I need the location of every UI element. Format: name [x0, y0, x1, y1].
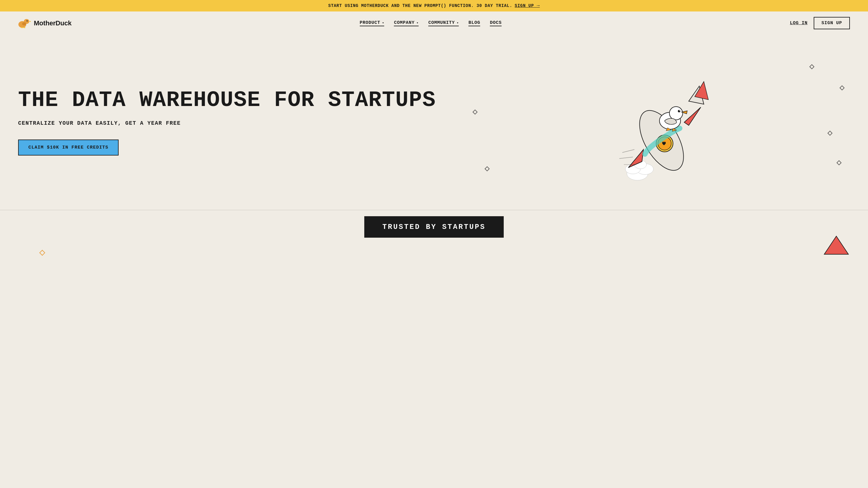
svg-marker-2	[29, 21, 31, 22]
trusted-section: TRUSTED BY STARTUPS	[0, 210, 868, 256]
hero-subtitle: CENTRALIZE YOUR DATA EASILY, GET A YEAR …	[18, 120, 436, 126]
svg-point-3	[27, 20, 28, 22]
cta-button[interactable]: CLAIM $10K IN FREE CREDITS	[18, 140, 119, 155]
svg-rect-6	[21, 27, 23, 28]
svg-point-16	[670, 107, 683, 120]
announcement-bar: START USING MOTHERDUCK AND THE NEW PROMP…	[0, 0, 868, 11]
announcement-text: START USING MOTHERDUCK AND THE NEW PROMP…	[329, 3, 513, 8]
nav-right-actions: LOG IN SIGN UP	[790, 17, 850, 29]
nav-item-company[interactable]: COMPANY ▾	[394, 20, 418, 26]
hero-illustration	[467, 62, 850, 183]
svg-point-17	[678, 110, 680, 112]
decoration-diamond	[473, 110, 478, 115]
logo[interactable]: MotherDuck	[18, 18, 71, 29]
chevron-down-icon: ▾	[382, 21, 384, 25]
bottom-left-diamond-icon	[39, 250, 45, 256]
hero-section: THE DATA WAREHOUSE FOR STARTUPS CENTRALI…	[0, 35, 868, 204]
nav-item-community[interactable]: COMMUNITY ▾	[428, 20, 459, 26]
announcement-cta[interactable]: SIGN UP →	[515, 3, 539, 8]
decoration-diamond	[837, 160, 842, 166]
duck-logo-icon	[18, 18, 31, 29]
bottom-right-decoration-icon	[823, 235, 850, 256]
hero-content: THE DATA WAREHOUSE FOR STARTUPS CENTRALI…	[18, 89, 436, 156]
nav-item-docs[interactable]: DOCS	[490, 20, 502, 26]
svg-marker-23	[824, 236, 848, 254]
chevron-down-icon: ▾	[416, 21, 418, 25]
logo-text: MotherDuck	[34, 19, 71, 27]
nav-item-blog[interactable]: BLOG	[468, 20, 480, 26]
main-nav: PRODUCT ▾ COMPANY ▾ COMMUNITY ▾ BLOG	[360, 20, 502, 26]
login-button[interactable]: LOG IN	[790, 21, 808, 26]
svg-line-20	[619, 157, 633, 159]
chevron-down-icon: ▾	[457, 21, 459, 25]
svg-rect-22	[40, 250, 45, 256]
svg-line-19	[622, 149, 634, 152]
svg-point-4	[27, 20, 28, 21]
nav-item-product[interactable]: PRODUCT ▾	[360, 20, 384, 26]
svg-point-18	[679, 110, 680, 111]
svg-rect-7	[24, 27, 25, 28]
signup-nav-button[interactable]: SIGN UP	[814, 17, 850, 29]
decoration-diamond	[809, 64, 814, 69]
svg-point-5	[22, 22, 26, 25]
trusted-badge: TRUSTED BY STARTUPS	[364, 216, 504, 238]
decoration-diamond	[840, 85, 845, 91]
decoration-diamond	[485, 166, 490, 172]
main-header: MotherDuck PRODUCT ▾ COMPANY ▾ COMMUNITY…	[0, 11, 868, 35]
decoration-diamond	[828, 131, 833, 136]
announcement-arrow: →	[537, 3, 539, 8]
rocket-duck-svg	[595, 62, 722, 183]
hero-title: THE DATA WAREHOUSE FOR STARTUPS	[18, 89, 436, 112]
